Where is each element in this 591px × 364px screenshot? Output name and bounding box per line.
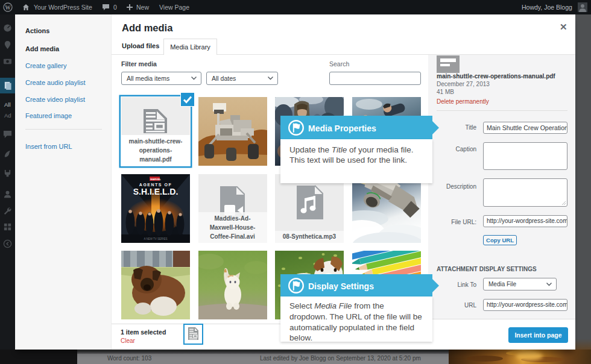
svg-text:W: W (5, 5, 11, 11)
svg-text:MARVEL: MARVEL (150, 178, 161, 181)
svg-text:A NEW TV SERIES: A NEW TV SERIES (144, 237, 167, 240)
svg-text:S.H.I.E.L.D.: S.H.I.E.L.D. (133, 186, 179, 196)
svg-text:AGENTS OF: AGENTS OF (139, 182, 172, 186)
